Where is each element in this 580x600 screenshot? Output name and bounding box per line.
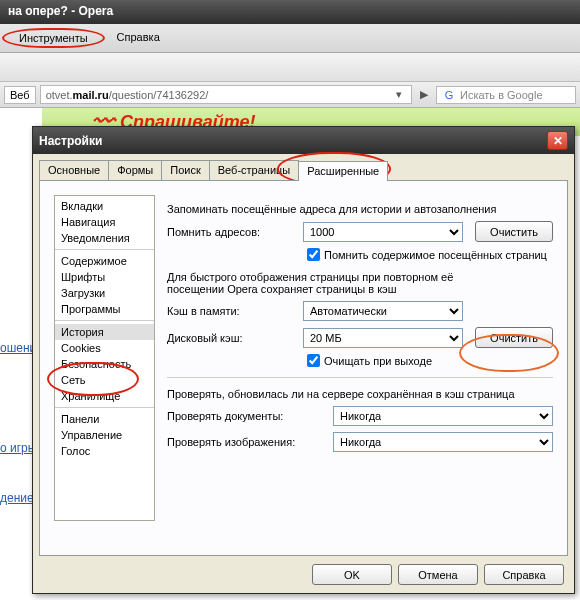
help-button[interactable]: Справка	[484, 564, 564, 585]
tab-search[interactable]: Поиск	[161, 160, 209, 180]
clear-cache-button[interactable]: Очистить	[475, 327, 553, 348]
search-box[interactable]: G Искать в Google	[436, 86, 576, 104]
disk-cache-label: Дисковый кэш:	[167, 332, 297, 344]
check-imgs-select[interactable]: Никогда	[333, 432, 553, 452]
cancel-button[interactable]: Отмена	[398, 564, 478, 585]
tab-panel: Вкладки Навигация Уведомления Содержимое…	[39, 180, 568, 556]
tab-forms[interactable]: Формы	[108, 160, 162, 180]
go-button[interactable]: ▶	[416, 88, 432, 101]
ok-button[interactable]: OK	[312, 564, 392, 585]
check-docs-select[interactable]: Никогда	[333, 406, 553, 426]
nav-downloads[interactable]: Загрузки	[55, 285, 154, 301]
window-title: на опере? - Opera	[0, 0, 580, 24]
settings-dialog: Настройки ✕ Основные Формы Поиск Веб-стр…	[32, 126, 575, 594]
nav-network[interactable]: Сеть	[55, 372, 154, 388]
menu-tools[interactable]: Инструменты	[2, 28, 105, 48]
check-docs-label: Проверять документы:	[167, 410, 327, 422]
nav-programs[interactable]: Программы	[55, 301, 154, 317]
menubar: Инструменты Справка	[0, 24, 580, 53]
search-placeholder: Искать в Google	[460, 89, 543, 101]
nav-panels[interactable]: Панели	[55, 411, 154, 427]
clear-on-exit-label: Очищать при выходе	[324, 355, 432, 367]
url-domain: mail.ru	[73, 89, 109, 101]
nav-history[interactable]: История	[55, 324, 154, 340]
mem-cache-label: Кэш в памяти:	[167, 305, 297, 317]
check-imgs-label: Проверять изображения:	[167, 436, 327, 448]
check-section-text: Проверять, обновилась ли на сервере сохр…	[167, 388, 553, 400]
nav-notifications[interactable]: Уведомления	[55, 230, 154, 246]
cache-section-text: Для быстрого отображения страницы при по…	[167, 271, 497, 295]
close-button[interactable]: ✕	[547, 131, 568, 150]
clear-history-button[interactable]: Очистить	[475, 221, 553, 242]
dialog-buttons: OK Отмена Справка	[312, 564, 564, 585]
remember-addresses-label: Помнить адресов:	[167, 226, 297, 238]
tab-main[interactable]: Основные	[39, 160, 109, 180]
nav-fonts[interactable]: Шрифты	[55, 269, 154, 285]
remember-content-label: Помнить содержимое посещённых страниц	[324, 249, 547, 261]
close-icon: ✕	[553, 134, 563, 148]
disk-cache-select[interactable]: 20 МБ	[303, 328, 463, 348]
address-bar: Веб otvet.mail.ru/question/74136292/ ▾ ▶…	[0, 82, 580, 108]
web-label[interactable]: Веб	[4, 86, 36, 104]
nav-storage[interactable]: Хранилище	[55, 388, 154, 404]
remember-addresses-select[interactable]: 1000	[303, 222, 463, 242]
nav-security[interactable]: Безопасность	[55, 356, 154, 372]
nav-navigation[interactable]: Навигация	[55, 214, 154, 230]
clear-on-exit-checkbox[interactable]	[307, 354, 320, 367]
nav-cookies[interactable]: Cookies	[55, 340, 154, 356]
nav-tabs[interactable]: Вкладки	[55, 198, 154, 214]
url-field[interactable]: otvet.mail.ru/question/74136292/ ▾	[40, 85, 412, 104]
nav-voice[interactable]: Голос	[55, 443, 154, 459]
nav-content[interactable]: Содержимое	[55, 253, 154, 269]
tab-webpages[interactable]: Веб-страницы	[209, 160, 300, 180]
dialog-title: Настройки	[39, 134, 102, 148]
google-icon: G	[442, 89, 456, 101]
remember-content-checkbox[interactable]	[307, 248, 320, 261]
tabs: Основные Формы Поиск Веб-страницы Расшир…	[33, 154, 574, 180]
nav-management[interactable]: Управление	[55, 427, 154, 443]
toolbar-strip	[0, 53, 580, 82]
settings-content: Запоминать посещённые адреса для истории…	[167, 195, 553, 541]
menu-help[interactable]: Справка	[107, 28, 170, 48]
history-section-text: Запоминать посещённые адреса для истории…	[167, 203, 553, 215]
url-prefix: otvet.	[46, 89, 73, 101]
chevron-down-icon[interactable]: ▾	[392, 88, 406, 101]
mem-cache-select[interactable]: Автоматически	[303, 301, 463, 321]
dialog-titlebar: Настройки ✕	[33, 127, 574, 154]
left-nav: Вкладки Навигация Уведомления Содержимое…	[54, 195, 155, 521]
url-path: /question/74136292/	[109, 89, 209, 101]
tab-advanced[interactable]: Расширенные	[298, 161, 388, 181]
